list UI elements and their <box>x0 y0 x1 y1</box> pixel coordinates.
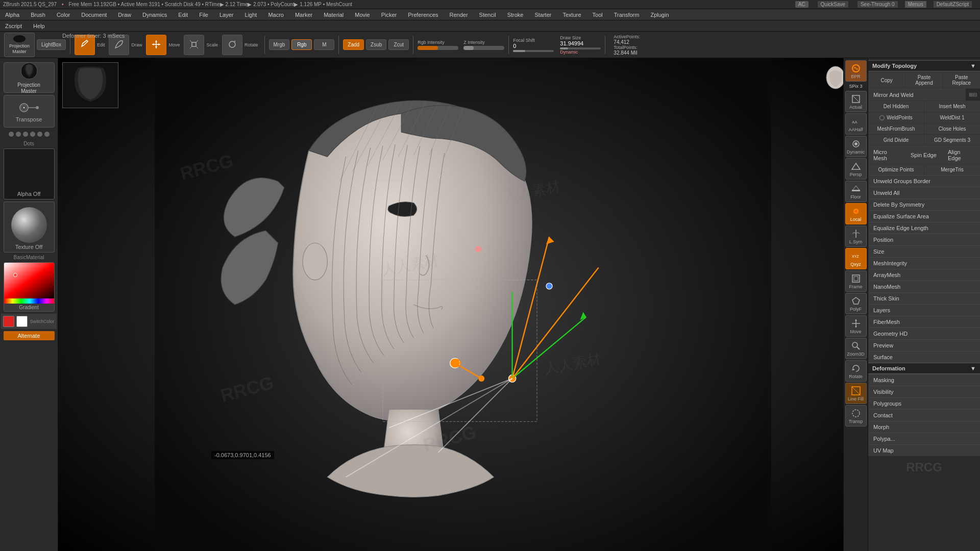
menu-preferences[interactable]: Preferences <box>406 11 440 19</box>
menu-brush[interactable]: Brush <box>29 11 47 19</box>
zoom3d-btn[interactable]: Zoom3D <box>845 338 867 359</box>
aahalf-btn[interactable]: AA AAHalf <box>845 113 867 135</box>
uv-map-btn[interactable]: UV Map <box>868 444 980 456</box>
menu-alpha[interactable]: Alpha <box>3 11 21 19</box>
menu-texture[interactable]: Texture <box>560 11 583 19</box>
merge-tris-btn[interactable]: MergeTris <box>924 164 980 175</box>
menu-movie[interactable]: Movie <box>353 11 372 19</box>
color-gradient[interactable] <box>4 263 55 298</box>
close-holes-btn[interactable]: Close Holes <box>924 123 980 134</box>
position-btn[interactable]: Position <box>868 234 980 245</box>
frame-btn[interactable]: Frame <box>845 270 867 292</box>
layers-btn[interactable]: Layers <box>868 304 980 316</box>
fiber-mesh-btn[interactable]: FiberMesh <box>868 316 980 328</box>
menu-starter[interactable]: Starter <box>532 11 553 19</box>
menus-btn[interactable]: Menus <box>905 1 926 8</box>
menu-draw[interactable]: Draw <box>116 11 133 19</box>
polypa-btn[interactable]: Polypa... <box>868 433 980 444</box>
menu-document[interactable]: Document <box>79 11 109 19</box>
foreground-color-swatch[interactable] <box>3 316 14 327</box>
menu-stroke[interactable]: Stroke <box>505 11 526 19</box>
menu-marker[interactable]: Marker <box>293 11 314 19</box>
menu-tool[interactable]: Tool <box>591 11 605 19</box>
transpose-btn[interactable]: Transpose <box>4 95 55 128</box>
see-through-btn[interactable]: See-Through 0 <box>857 1 898 8</box>
modify-topology-header[interactable]: Modify Topology ▼ <box>868 60 980 71</box>
grid-divide-btn[interactable]: Grid Divide <box>868 135 924 145</box>
zadd-btn[interactable]: Zadd <box>343 39 364 50</box>
copy-btn[interactable]: Copy <box>868 72 905 88</box>
menu-picker[interactable]: Picker <box>379 11 399 19</box>
default-script-btn[interactable]: DefaultZScript <box>934 1 972 8</box>
z-intensity-bar[interactable] <box>463 46 504 50</box>
gd-segments-btn[interactable]: GD Segments 3 <box>924 135 980 145</box>
dynamic-btn[interactable]: Dynamic <box>845 136 867 157</box>
lsym-btn[interactable]: L.Sym <box>845 226 867 247</box>
unweld-groups-border-btn[interactable]: Unweld Groups Border <box>868 175 980 187</box>
insert-mesh-btn[interactable]: Insert Mesh <box>924 101 980 112</box>
zcut-btn[interactable]: Zcut <box>388 39 409 50</box>
menu-zscript[interactable]: Zscript <box>3 22 24 30</box>
mesh-integrity-btn[interactable]: MeshIntegrity <box>868 257 980 269</box>
menu-macro[interactable]: Macro <box>266 11 286 19</box>
mesh-from-brush-btn[interactable]: MeshFromBrush <box>868 123 924 134</box>
menu-color[interactable]: Color <box>55 11 72 19</box>
icon-move-btn[interactable]: Move <box>845 315 867 337</box>
menu-file[interactable]: File <box>197 11 210 19</box>
floor-btn[interactable]: Floor <box>845 181 867 202</box>
menu-stencil[interactable]: Stencil <box>477 11 498 19</box>
lightbox-btn[interactable]: LightBox <box>37 39 66 50</box>
thick-skin-btn[interactable]: Thick Skin <box>868 292 980 304</box>
projection-master-btn[interactable]: Projection Master <box>4 33 35 57</box>
morph-btn[interactable]: Morph <box>868 421 980 433</box>
equalize-edge-length-btn[interactable]: Equalize Edge Length <box>868 222 980 234</box>
alternate-btn[interactable]: Alternate <box>4 331 55 340</box>
paste-append-btn[interactable]: Paste Append <box>905 72 943 88</box>
nano-mesh-btn[interactable]: NanoMesh <box>868 281 980 292</box>
texture-preview[interactable]: Texture Off <box>4 202 55 253</box>
deformation-header[interactable]: Deformation ▼ <box>868 363 980 374</box>
qxyz-btn[interactable]: XYZ Qxyz <box>845 248 867 269</box>
weld-points-btn[interactable]: WeldPoints <box>868 112 924 123</box>
rgb-btn[interactable]: Rgb <box>291 39 312 50</box>
visibility-btn[interactable]: Visibility <box>868 386 980 397</box>
polygroups-btn[interactable]: Polygroups <box>868 397 980 409</box>
menu-help[interactable]: Help <box>31 22 47 30</box>
menu-light[interactable]: Light <box>243 11 259 19</box>
color-picker[interactable]: Gradient <box>4 262 55 312</box>
polyf-btn[interactable]: PolyF <box>845 293 867 314</box>
geometry-hd-btn[interactable]: Geometry HD <box>868 328 980 339</box>
local-btn[interactable]: Local <box>845 203 867 224</box>
preview-btn[interactable]: Preview <box>868 339 980 351</box>
menu-material[interactable]: Material <box>322 11 346 19</box>
surface-btn[interactable]: Surface <box>868 351 980 363</box>
alpha-preview[interactable]: Alpha Off <box>4 148 55 199</box>
weld-dist-btn[interactable]: WeldDist 1 <box>924 112 980 123</box>
align-edge-btn[interactable]: Align Edge <box>943 146 980 164</box>
menu-transform[interactable]: Transform <box>612 11 642 19</box>
menu-zplugin[interactable]: Zplugin <box>648 11 671 19</box>
rgb-intensity-bar[interactable] <box>418 46 458 50</box>
actual-btn[interactable]: Actual <box>845 91 867 112</box>
scale-btn[interactable] <box>184 35 204 55</box>
bpr-btn[interactable]: BPR <box>845 60 867 82</box>
menu-edit[interactable]: Edit <box>176 11 190 19</box>
background-color-swatch[interactable] <box>16 316 28 327</box>
optimize-points-btn[interactable]: Optimize Points <box>868 164 924 175</box>
del-hidden-btn[interactable]: Del Hidden <box>868 101 924 112</box>
hue-bar[interactable] <box>4 298 55 304</box>
unweld-all-btn[interactable]: Unweld All <box>868 187 980 198</box>
projection-master-panel-btn[interactable]: ProjectionMaster <box>4 62 55 93</box>
rotate-btn[interactable] <box>222 35 242 55</box>
micro-mesh-btn[interactable]: Micro Mesh <box>868 146 905 164</box>
mirror-weld-btn[interactable]: Mirror And Weld <box>868 89 966 101</box>
persp-btn[interactable]: Persp <box>845 158 867 180</box>
transp-btn[interactable]: Transp <box>845 405 867 427</box>
menu-layer[interactable]: Layer <box>217 11 236 19</box>
array-mesh-btn[interactable]: ArrayMesh <box>868 269 980 281</box>
focal-shift-bar[interactable] <box>513 50 554 52</box>
linefill-btn[interactable]: Line Fill <box>845 383 867 404</box>
icon-rotate-btn[interactable]: Rotate <box>845 360 867 382</box>
canvas-area[interactable]: RRCG 人人素材 RRCG 人人素材 人人素材 RRCG <box>58 58 868 551</box>
menu-dynamics[interactable]: Dynamics <box>140 11 169 19</box>
